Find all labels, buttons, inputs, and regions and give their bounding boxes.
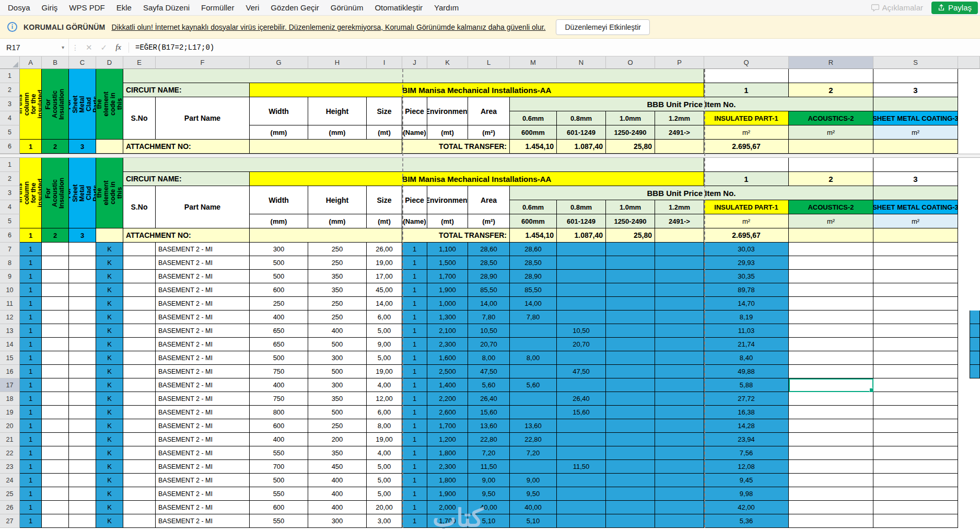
row-header-19[interactable]: 19 (0, 406, 20, 419)
cell-G27[interactable]: 550 (250, 514, 308, 528)
cell-L9[interactable]: 28,90 (468, 270, 510, 283)
cell-N11[interactable] (557, 297, 606, 310)
cell-E24[interactable] (123, 474, 156, 487)
cell-T14[interactable] (970, 338, 980, 351)
cell-I11[interactable]: 14,00 (367, 297, 402, 310)
cell-N22[interactable] (557, 446, 606, 460)
cell-Q13[interactable]: 11,03 (704, 324, 789, 338)
b2-circuit-name-value[interactable]: BIM Manisa Mechanical Installations-AA (250, 172, 704, 186)
row-header-8[interactable]: 8 (0, 256, 20, 270)
cell-C20[interactable] (69, 419, 96, 433)
cell-L14[interactable]: 20,70 (468, 338, 510, 351)
cell-M13[interactable] (510, 324, 557, 338)
cell-S18[interactable] (873, 392, 958, 406)
column-header-I[interactable]: I (367, 56, 402, 69)
cell-M12[interactable]: 7,80 (510, 310, 557, 324)
cell-G25[interactable]: 550 (250, 487, 308, 501)
cell-B10[interactable] (42, 283, 69, 297)
cell-P21[interactable] (655, 433, 704, 446)
cell-R22[interactable] (789, 446, 873, 460)
cell-F14[interactable]: BASEMENT 2 - MI (156, 338, 250, 351)
b2-total-2[interactable]: 25,80 (606, 228, 655, 243)
cell-F15[interactable]: BASEMENT 2 - MI (156, 351, 250, 365)
b1-row6-c[interactable]: 3 (69, 140, 96, 154)
cell-P25[interactable] (655, 487, 704, 501)
cell-D14[interactable]: K (96, 338, 123, 351)
column-header-C[interactable]: C (69, 56, 96, 69)
row-header-11[interactable]: 11 (0, 297, 20, 310)
b2-m2-insulated[interactable]: m² (704, 214, 789, 228)
row-header-9[interactable]: 9 (0, 270, 20, 283)
cell-D8[interactable]: K (96, 256, 123, 270)
b1-header-sno[interactable]: S.No (123, 97, 156, 140)
cell-E18[interactable] (123, 392, 156, 406)
cell-P7[interactable] (655, 243, 704, 256)
cell-J18[interactable]: 1 (402, 392, 427, 406)
cell-G12[interactable]: 400 (250, 310, 308, 324)
cell-B24[interactable] (42, 474, 69, 487)
b2-attachment-label[interactable]: ATTACHMENT NO: (123, 228, 250, 243)
comments-button[interactable]: Açıklamalar (871, 3, 923, 12)
b1-col-a-label[interactable]: Enter 1 in this column for the insulated… (20, 69, 42, 140)
cell-F8[interactable]: BASEMENT 2 - MI (156, 256, 250, 270)
cell-S8[interactable] (873, 256, 958, 270)
cell-P19[interactable] (655, 406, 704, 419)
cell-M24[interactable]: 9,00 (510, 474, 557, 487)
b1-unit-3[interactable]: (Name) (402, 125, 427, 140)
cell-R15[interactable] (789, 351, 873, 365)
cell-C25[interactable] (69, 487, 96, 501)
b2-group-1[interactable]: 1 (704, 172, 789, 186)
b2-category-sheet-metal[interactable]: SHEET METAL COATING-3 (873, 200, 958, 214)
b1-unit-4[interactable]: (mt) (427, 125, 468, 140)
b2-col-c-label[interactable]: For Sheet Metal Clad Parts (69, 158, 96, 228)
cell-S11[interactable] (873, 297, 958, 310)
cell-O14[interactable] (606, 338, 655, 351)
cell-J12[interactable]: 1 (402, 310, 427, 324)
cell-I17[interactable]: 4,00 (367, 378, 402, 392)
cell-L15[interactable]: 8,00 (468, 351, 510, 365)
b2-row6-d[interactable] (96, 228, 123, 243)
menu-item-ekle[interactable]: Ekle (111, 0, 137, 15)
cell-C16[interactable] (69, 365, 96, 378)
cell-K11[interactable]: 1,000 (427, 297, 468, 310)
b2-total-1[interactable]: 1.087,40 (557, 228, 606, 243)
cell-A8[interactable]: 1 (20, 256, 42, 270)
cell-C26[interactable] (69, 501, 96, 514)
cell-B17[interactable] (42, 378, 69, 392)
b1-cell-R1[interactable] (789, 69, 873, 83)
share-button[interactable]: Paylaş (931, 2, 978, 14)
b1-row6-b[interactable]: 2 (42, 140, 69, 154)
cell-L12[interactable]: 7,80 (468, 310, 510, 324)
cell-K7[interactable]: 1,100 (427, 243, 468, 256)
b1-row6-s[interactable] (873, 140, 958, 154)
cell-H15[interactable]: 300 (308, 351, 367, 365)
cell-H8[interactable]: 250 (308, 256, 367, 270)
cell-Q18[interactable]: 27,72 (704, 392, 789, 406)
b2-range-3[interactable]: 2491-> (655, 214, 704, 228)
b2-header-height[interactable]: Height (308, 186, 367, 214)
b2-row6-p[interactable] (655, 228, 704, 243)
row-header-24[interactable]: 24 (0, 474, 20, 487)
cell-F18[interactable]: BASEMENT 2 - MI (156, 392, 250, 406)
cell-A11[interactable]: 1 (20, 297, 42, 310)
column-header-M[interactable]: M (510, 56, 557, 69)
cell-G7[interactable]: 300 (250, 243, 308, 256)
cell-F22[interactable]: BASEMENT 2 - MI (156, 446, 250, 460)
b1-group-1[interactable]: 1 (704, 83, 789, 97)
cell-B20[interactable] (42, 419, 69, 433)
cell-C7[interactable] (69, 243, 96, 256)
cell-I9[interactable]: 17,00 (367, 270, 402, 283)
cell-E26[interactable] (123, 501, 156, 514)
cell-N24[interactable] (557, 474, 606, 487)
column-header-K[interactable]: K (427, 56, 468, 69)
cell-A13[interactable]: 1 (20, 324, 42, 338)
cell-R26[interactable] (789, 501, 873, 514)
cell-P27[interactable] (655, 514, 704, 528)
cell-G10[interactable]: 600 (250, 283, 308, 297)
cell-F12[interactable]: BASEMENT 2 - MI (156, 310, 250, 324)
cell-L18[interactable]: 26,40 (468, 392, 510, 406)
cell-J20[interactable]: 1 (402, 419, 427, 433)
cell-M15[interactable]: 8,00 (510, 351, 557, 365)
cell-B26[interactable] (42, 501, 69, 514)
cell-S25[interactable] (873, 487, 958, 501)
